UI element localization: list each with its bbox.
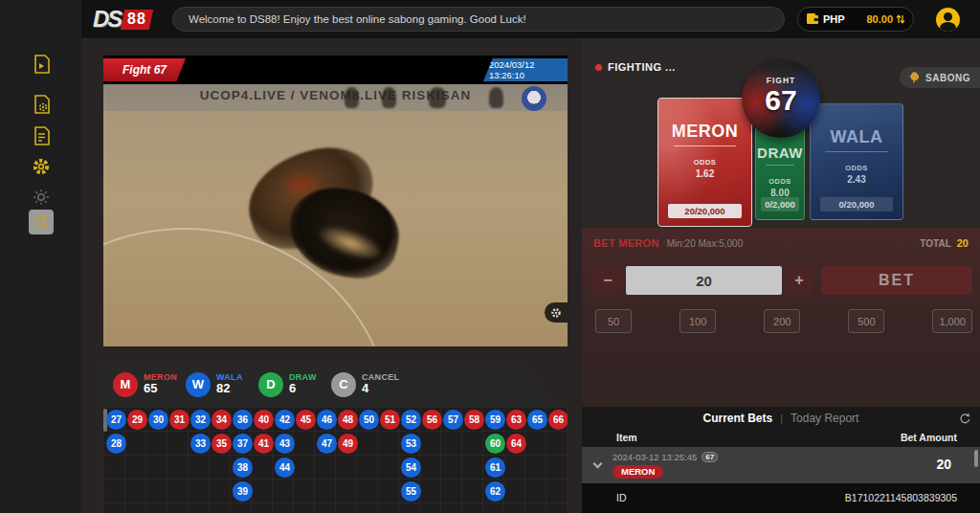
draw-card-title: DRAW: [756, 145, 804, 161]
fight-number-badge: Fight 67: [103, 58, 186, 81]
history-result-49: 49: [338, 434, 358, 454]
quick-amount-200[interactable]: 200: [764, 309, 800, 333]
tab-current-bets[interactable]: Current Bets: [703, 412, 773, 425]
history-result-32: 32: [190, 410, 211, 430]
tab-separator: |: [780, 413, 783, 424]
wala-card-title: WALA: [811, 127, 902, 147]
ds88-sabong-app: DS 88 Welcome to DS88! Enjoy the best on…: [0, 0, 980, 513]
history-result-57: 57: [443, 410, 463, 430]
history-result-31: 31: [169, 410, 189, 430]
place-bet-button[interactable]: BET: [821, 266, 972, 295]
fight-number-circle: FIGHT 67: [742, 59, 820, 138]
wala-circle: W: [186, 372, 211, 397]
bets-column-headers: Item Bet Amount: [582, 429, 980, 447]
chevron-down-icon[interactable]: [593, 459, 603, 469]
history-result-51: 51: [380, 410, 400, 430]
bet-row-time: 2024-03-12 13:25:45 67: [612, 452, 718, 462]
bet-row[interactable]: 2024-03-12 13:25:45 67 MERON 20: [582, 447, 980, 483]
wallet-currency: PHP: [823, 13, 845, 25]
history-result-66: 66: [548, 410, 568, 430]
history-result-46: 46: [317, 410, 337, 430]
logo-ds-text: DS: [93, 6, 121, 33]
video-scene: UCOP4.LIVE / VENOM8.LIVE RISKISAN: [103, 84, 568, 346]
history-result-65: 65: [527, 410, 547, 430]
wallet-icon: [806, 13, 819, 25]
history-result-33: 33: [190, 434, 211, 454]
wallet-balance[interactable]: PHP 80.00: [797, 7, 914, 32]
quick-amount-1000[interactable]: 1,000: [932, 309, 972, 333]
history-result-60: 60: [485, 434, 505, 454]
status-dot-icon: [595, 64, 602, 71]
logo-88-block: 88: [121, 10, 153, 30]
history-result-34: 34: [212, 410, 232, 430]
wala-count: 82: [216, 382, 243, 395]
history-result-39: 39: [233, 481, 253, 502]
user-avatar-icon[interactable]: [936, 8, 960, 32]
history-result-59: 59: [485, 410, 505, 430]
wala-bet-card[interactable]: WALA ODDS 2.43 0/20,000: [810, 103, 903, 220]
results-stats-bar: M MERON65 W WALA82 D DRAW6 C CANCEL4: [103, 362, 557, 407]
fight-betting-panel: FIGHTING ... SABONG MERON ODDS 1.62 20/2…: [582, 38, 980, 407]
bet-total-label: TOTAL: [920, 238, 950, 249]
history-result-45: 45: [296, 410, 316, 430]
live-video-player[interactable]: Fight 67 2024/03/12 13:26:10 UCOP4.LIVE …: [103, 56, 568, 346]
sidebar: [0, 0, 81, 513]
history-result-42: 42: [275, 410, 295, 430]
bet-controls: BET MERON Min:20 Max:5,000 TOTAL 20 − + …: [582, 228, 980, 407]
history-result-36: 36: [233, 410, 253, 430]
draw-odds-label: ODDS: [756, 177, 804, 186]
history-result-58: 58: [464, 410, 484, 430]
wala-pool-chip: 0/20,000: [820, 197, 893, 212]
quick-amount-500[interactable]: 500: [848, 309, 884, 333]
history-result-43: 43: [275, 434, 295, 454]
history-result-47: 47: [317, 434, 337, 454]
history-result-29: 29: [127, 410, 147, 430]
balance-refresh-icon[interactable]: [896, 13, 905, 25]
fight-status: FIGHTING ...: [595, 61, 676, 73]
light-theme-sun-icon[interactable]: [29, 185, 54, 210]
welcome-text: Welcome to DS88! Enjoy the best online s…: [189, 13, 526, 25]
history-result-35: 35: [212, 434, 232, 454]
tab-today-report[interactable]: Today Report: [791, 412, 858, 425]
video-timestamp-badge: 2024/03/12 13:26:10: [483, 58, 568, 81]
stat-draw: D DRAW6: [258, 372, 331, 397]
bets-scrollbar[interactable]: [974, 450, 978, 467]
bets-refresh-icon[interactable]: [959, 412, 971, 429]
settings-gear-icon[interactable]: [29, 154, 54, 179]
video-report-icon[interactable]: [29, 52, 54, 77]
bets-tabs: Current Bets | Today Report: [582, 407, 980, 429]
history-result-52: 52: [401, 410, 421, 430]
history-result-38: 38: [233, 457, 253, 478]
provider-label: SABONG: [925, 73, 970, 83]
ds88-logo[interactable]: DS 88: [93, 5, 151, 33]
meron-odds-label: ODDS: [658, 158, 751, 167]
history-result-54: 54: [401, 457, 421, 478]
meron-count: 65: [144, 382, 177, 395]
meron-odds-value: 1.62: [658, 168, 751, 179]
rules-document-icon[interactable]: [29, 123, 54, 148]
history-result-62: 62: [485, 481, 505, 502]
bet-row-fight-badge: 67: [702, 452, 718, 462]
history-result-44: 44: [275, 457, 295, 478]
bet-record-icon[interactable]: [29, 92, 54, 117]
bet-amount-input[interactable]: [626, 266, 782, 295]
increase-amount-button[interactable]: +: [785, 266, 813, 295]
stream-watermark: UCOP4.LIVE / VENOM8.LIVE RISKISAN: [103, 88, 568, 102]
decrease-amount-button[interactable]: −: [593, 266, 622, 295]
history-result-28: 28: [106, 434, 126, 454]
quick-amount-100[interactable]: 100: [679, 309, 716, 333]
quick-amount-row: 50 100 200 500 1,000: [595, 309, 972, 333]
bet-id-label: ID: [616, 492, 627, 503]
history-result-63: 63: [506, 410, 526, 430]
video-settings-gear-icon[interactable]: [545, 302, 568, 323]
history-result-53: 53: [401, 434, 421, 454]
provider-badge[interactable]: SABONG: [900, 67, 980, 88]
bet-info-row: BET MERON Min:20 Max:5,000 TOTAL 20: [593, 236, 969, 250]
meron-card-title: MERON: [658, 122, 751, 142]
bet-side-label: BET MERON: [593, 237, 659, 249]
meron-bet-card[interactable]: MERON ODDS 1.62 20/20,000: [657, 98, 752, 227]
history-result-50: 50: [359, 410, 379, 430]
quick-amount-50[interactable]: 50: [595, 309, 632, 333]
dark-theme-moon-icon[interactable]: [29, 210, 54, 234]
cancel-circle: C: [331, 372, 356, 397]
